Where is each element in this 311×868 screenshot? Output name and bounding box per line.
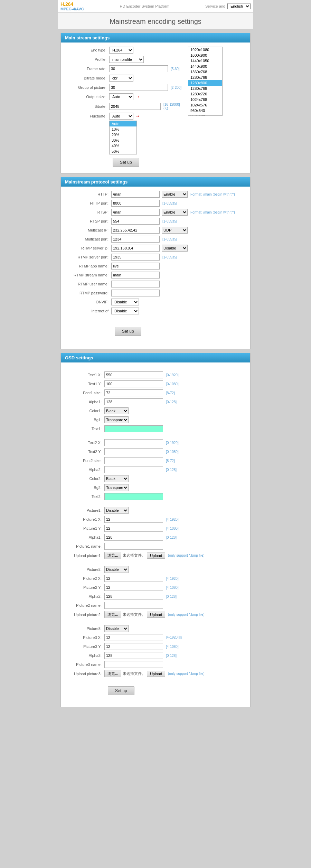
http-port-input[interactable] [111,200,160,207]
rtsp-port-input[interactable] [111,218,160,225]
text1-y-input[interactable] [104,380,163,387]
http-input[interactable] [111,191,160,198]
picture3-x-input[interactable] [104,634,163,641]
alpha3-input[interactable] [104,652,163,659]
language-select[interactable]: English [227,3,251,9]
font2-size-input[interactable] [104,457,163,464]
frame-rate-input[interactable] [109,65,168,72]
internet-select[interactable]: Disable [111,308,139,314]
osd-setup-button[interactable]: Set up [108,686,134,695]
upload3-row: Upload picture3: 浏览... 未选择文件。 Upload (on… [66,670,245,677]
resolution-item[interactable]: 1280x768 [188,75,222,80]
rtsp-enable-select[interactable]: Enable [162,209,188,216]
font1-size-input[interactable] [104,389,163,396]
text1-preview[interactable] [104,425,163,432]
resolution-item[interactable]: 1920x1080 [188,47,222,53]
picture1-x-input[interactable] [104,516,163,523]
resolution-item[interactable]: 850x480 [188,113,222,116]
upload2-button[interactable]: Upload [147,612,165,618]
color2-select[interactable]: Black [104,475,129,482]
group-input[interactable] [109,84,168,91]
rtsp-port-hint: [1-65535] [162,219,177,223]
picture2-name-input[interactable] [104,602,163,609]
picture2-y-input[interactable] [104,584,163,591]
output-size-select[interactable]: Auto [109,93,133,100]
upload1-button[interactable]: Upload [147,553,165,559]
rtmp-server-port-hint: [1-65535] [162,255,177,259]
fluct-40[interactable]: 40% [110,143,136,149]
alpha1p-input[interactable] [104,534,163,541]
upload2-hint: (only support *.bmp file) [168,613,205,616]
fluctuate-popup[interactable]: Auto 10% 20% 30% 40% 50% [109,121,137,154]
profile-select[interactable]: main profile [109,56,144,63]
picture3-name-input[interactable] [104,661,163,668]
bitrate-mode-select[interactable]: cbr [109,75,133,82]
rtmp-server-ip-input[interactable] [111,245,160,252]
http-enable-select[interactable]: Enable [162,191,188,198]
text2-preview[interactable] [104,493,163,500]
rtmp-stream-input[interactable] [111,272,160,279]
rtmp-pass-input[interactable] [111,290,160,296]
resolution-item[interactable]: 1024x576 [188,102,222,108]
picture2-x-hint: [4-1920] [166,577,179,581]
bg1-label: Bg1: [66,418,104,422]
resolution-item[interactable]: 1280x800 [188,80,222,86]
rtmp-disable-select[interactable]: Disable [162,245,188,252]
browse3-button[interactable]: 浏览... [104,670,121,677]
alpha1-input[interactable] [104,398,163,405]
frame-rate-hint: [5-60] [171,67,180,71]
fluctuate-select[interactable]: Auto [109,113,133,120]
browse1-button[interactable]: 浏览... [104,552,121,559]
resolution-item[interactable]: 1280x720 [188,91,222,97]
color1-row: Color1: Black [66,407,245,414]
color1-select[interactable]: Black [104,407,129,414]
browse2-button[interactable]: 浏览... [104,611,121,618]
fluct-30[interactable]: 30% [110,138,136,143]
alpha1p-label: Alpha1: [66,535,104,539]
bg2-select[interactable]: Transparent [104,484,129,491]
resolution-list[interactable]: 1920x10801600x9001440x10501440x9001360x7… [188,47,223,116]
picture1-y-input[interactable] [104,525,163,532]
bitrate-input[interactable] [109,103,161,110]
rtsp-input[interactable] [111,209,160,216]
multicast-proto-select[interactable]: UDP [162,227,188,234]
multicast-ip-label: Multicast IP: [66,228,111,232]
alpha2-input[interactable] [104,466,163,473]
fluct-20[interactable]: 20% [110,132,136,138]
text1-x-input[interactable] [104,371,163,378]
resolution-item[interactable]: 1440x900 [188,64,222,69]
multicast-port-input[interactable] [111,236,160,243]
bg1-select[interactable]: Transparent [104,416,129,423]
resolution-item[interactable]: 1280x768 [188,86,222,91]
enc-type-select[interactable]: H.264 [109,47,133,54]
picture3-y-input[interactable] [104,643,163,650]
picture2-x-input[interactable] [104,575,163,582]
main-stream-setup-button[interactable]: Set up [113,158,139,167]
text2-x-input[interactable] [104,439,163,446]
picture2-select[interactable]: Disable [104,566,129,573]
rtmp-server-port-input[interactable] [111,254,160,261]
resolution-item[interactable]: 1440x1050 [188,58,222,64]
fluct-auto[interactable]: Auto [110,121,136,126]
resolution-item[interactable]: 960x540 [188,108,222,113]
onvif-select[interactable]: Disable [111,299,139,305]
multicast-ip-input[interactable] [111,227,160,234]
upload3-button[interactable]: Upload [147,671,165,677]
rtmp-user-input[interactable] [111,281,160,287]
resolution-item[interactable]: 1600x900 [188,53,222,58]
fluct-10[interactable]: 10% [110,126,136,132]
resolution-item[interactable]: 1360x768 [188,69,222,75]
protocol-setup-button[interactable]: Set up [115,327,141,336]
picture3-select[interactable]: Disable [104,625,129,632]
alpha2p-input[interactable] [104,593,163,600]
text2-x-row: Text2 X: [0-1920] [66,439,245,446]
fluct-50[interactable]: 50% [110,149,136,154]
rtmp-app-input[interactable] [111,263,160,270]
text2-y-input[interactable] [104,448,163,455]
picture3-name-row: Picture3 name: [66,661,245,668]
resolution-item[interactable]: 1024x768 [188,97,222,102]
color2-row: Color2: Black [66,475,245,482]
picture1-select[interactable]: Disable [104,507,129,514]
picture1-name-input[interactable] [104,543,163,550]
http-row: HTTP: Enable Format: /main (begin with "… [66,191,245,198]
